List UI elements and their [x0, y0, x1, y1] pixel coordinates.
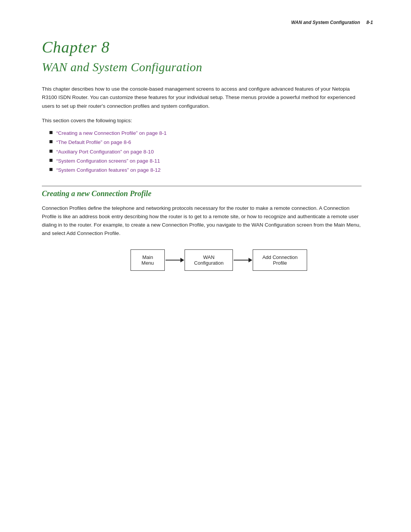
- arrow-1: [166, 260, 184, 260]
- section-title: WAN and System Configuration: [42, 60, 373, 74]
- arrow-line-2: [234, 260, 252, 260]
- chapter-title: Chapter 8: [42, 38, 373, 56]
- diagram-box1-line2: Menu: [140, 260, 155, 266]
- subsection-paragraph: Connection Profiles define the telephone…: [42, 204, 362, 238]
- topic-link-2[interactable]: “The Default Profile” on page 8-6: [56, 138, 131, 147]
- diagram-box3-line1: Add Connection: [262, 254, 298, 260]
- diagram-box3-line2: Profile: [262, 260, 298, 266]
- header-page: 8-1: [366, 20, 373, 25]
- topic-link-3[interactable]: “Auxiliary Port Configuration” on page 8…: [56, 147, 154, 157]
- subsection-title: Creating a new Connection Profile: [42, 189, 373, 198]
- topics-intro: This section covers the following topics…: [42, 117, 373, 125]
- bullet-icon: [49, 150, 53, 153]
- bullet-icon: [49, 140, 53, 143]
- header-text: WAN and System Configuration: [291, 20, 360, 25]
- navigation-diagram: Main Menu WAN Configuration Add Connecti…: [65, 249, 373, 271]
- bullet-icon: [49, 168, 53, 171]
- arrow-line-1: [166, 260, 184, 260]
- diagram-box1-line1: Main: [140, 254, 155, 260]
- diagram-box-add-connection: Add Connection Profile: [253, 249, 307, 271]
- list-item: “System Configuration features” on page …: [49, 166, 373, 175]
- page-container: WAN and System Configuration 8-1 Chapter…: [0, 0, 411, 532]
- list-item: “Auxiliary Port Configuration” on page 8…: [49, 147, 373, 157]
- arrow-2: [234, 260, 252, 260]
- page-header: WAN and System Configuration 8-1: [291, 20, 373, 25]
- list-item: “The Default Profile” on page 8-6: [49, 138, 373, 147]
- list-item: “System Configuration screens” on page 8…: [49, 157, 373, 166]
- topic-link-1[interactable]: “Creating a new Connection Profile” on p…: [56, 129, 167, 138]
- bullet-icon: [49, 131, 53, 134]
- bullet-icon: [49, 159, 53, 162]
- topic-link-4[interactable]: “System Configuration screens” on page 8…: [56, 157, 160, 166]
- diagram-box-main-menu: Main Menu: [131, 249, 165, 271]
- diagram-box-wan-config: WAN Configuration: [185, 249, 233, 271]
- diagram-box2-line1: WAN: [194, 254, 223, 260]
- list-item: “Creating a new Connection Profile” on p…: [49, 129, 373, 138]
- topics-list: “Creating a new Connection Profile” on p…: [49, 129, 373, 175]
- topic-link-5[interactable]: “System Configuration features” on page …: [56, 166, 161, 175]
- diagram-box2-line2: Configuration: [194, 260, 223, 266]
- section-divider: [42, 186, 362, 186]
- intro-paragraph: This chapter describes how to use the co…: [42, 85, 362, 110]
